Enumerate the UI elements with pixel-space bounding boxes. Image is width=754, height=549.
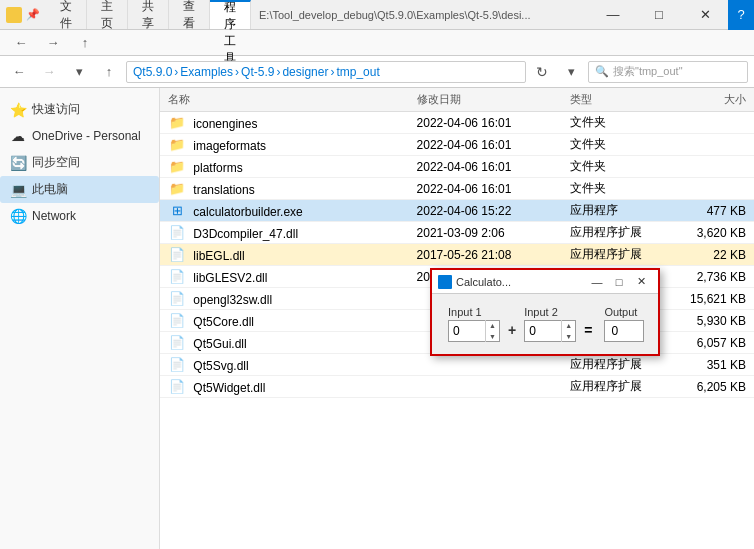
calc-close-button[interactable]: ✕	[630, 273, 652, 291]
file-row[interactable]: 📁 iconengines 2022-04-06 16:01 文件夹	[160, 112, 754, 134]
back-button[interactable]: ←	[8, 31, 34, 55]
folder-icon: 📁	[168, 114, 186, 132]
file-name: ⊞ calculatorbuilder.exe	[160, 202, 409, 220]
title-bar: 📌 文件 主页 共享 查看 应用程序工具 E:\Tool_develop_deb…	[0, 0, 754, 30]
tab-share[interactable]: 共享	[128, 0, 169, 29]
calculator-popup: Calculato... — □ ✕ Input 1 ▲ ▼	[430, 268, 660, 356]
forward-button[interactable]: →	[40, 31, 66, 55]
search-icon: 🔍	[595, 65, 609, 78]
input2-spinner: ▲ ▼	[561, 320, 575, 342]
minimize-button[interactable]: —	[590, 0, 636, 30]
sidebar-label-thispc: 此电脑	[32, 181, 68, 198]
file-name: 📁 translations	[160, 180, 409, 198]
input2-wrap: ▲ ▼	[524, 320, 576, 342]
file-type: 应用程序扩展	[562, 378, 677, 395]
search-placeholder: 搜索"tmp_out"	[613, 64, 683, 79]
title-path: E:\Tool_develop_debug\Qt5.9.0\Examples\Q…	[251, 0, 590, 29]
path-segment-4[interactable]: designer	[282, 65, 328, 79]
input2-down-button[interactable]: ▼	[562, 331, 575, 342]
sidebar-item-thispc[interactable]: 💻 此电脑	[0, 176, 159, 203]
up-nav-button[interactable]: ↑	[96, 60, 122, 84]
file-name: 📄 Qt5Core.dll	[160, 312, 409, 330]
title-bar-left: 📌	[0, 0, 46, 29]
input2-field[interactable]	[525, 324, 561, 338]
file-size: 5,930 KB	[677, 314, 754, 328]
file-row[interactable]: 📄 libEGL.dll 2017-05-26 21:08 应用程序扩展 22 …	[160, 244, 754, 266]
file-row[interactable]: ⊞ calculatorbuilder.exe 2022-04-06 15:22…	[160, 200, 754, 222]
file-date: 2022-04-06 16:01	[409, 160, 562, 174]
file-row[interactable]: 📁 platforms 2022-04-06 16:01 文件夹	[160, 156, 754, 178]
folder-icon	[6, 7, 22, 23]
close-button[interactable]: ✕	[682, 0, 728, 30]
toolbar-ribbon: ← → ↑	[0, 30, 754, 56]
file-type: 应用程序扩展	[562, 246, 677, 263]
input1-up-button[interactable]: ▲	[486, 320, 499, 331]
up-button[interactable]: ↑	[72, 31, 98, 55]
maximize-button[interactable]: □	[636, 0, 682, 30]
input2-label: Input 2	[524, 306, 558, 318]
file-row[interactable]: 📄 Qt5Widget.dll 应用程序扩展 6,205 KB	[160, 376, 754, 398]
tab-app-tools[interactable]: 应用程序工具	[210, 0, 251, 29]
refresh-button[interactable]: ↻	[530, 61, 554, 83]
file-size: 22 KB	[677, 248, 754, 262]
sidebar-item-quickaccess[interactable]: ⭐ 快速访问	[0, 96, 159, 123]
sidebar-label-sync: 同步空间	[32, 154, 80, 171]
recent-locations-button[interactable]: ▾	[66, 60, 92, 84]
file-name: 📄 opengl32sw.dll	[160, 290, 409, 308]
file-date: 2022-04-06 16:01	[409, 116, 562, 130]
calc-minimize-button[interactable]: —	[586, 273, 608, 291]
input2-up-button[interactable]: ▲	[562, 320, 575, 331]
sidebar-item-syncspace[interactable]: 🔄 同步空间	[0, 149, 159, 176]
output-label: Output	[604, 306, 637, 318]
search-box[interactable]: 🔍 搜索"tmp_out"	[588, 61, 748, 83]
file-size: 2,736 KB	[677, 270, 754, 284]
forward-nav-button: →	[36, 60, 62, 84]
file-name: 📄 Qt5Widget.dll	[160, 378, 409, 396]
calc-maximize-button[interactable]: □	[608, 273, 630, 291]
address-path-bar[interactable]: Qt5.9.0 › Examples › Qt-5.9 › designer ›…	[126, 61, 526, 83]
file-row[interactable]: 📁 translations 2022-04-06 16:01 文件夹	[160, 178, 754, 200]
file-size: 6,057 KB	[677, 336, 754, 350]
back-nav-button[interactable]: ←	[6, 60, 32, 84]
path-segment-2[interactable]: Examples	[180, 65, 233, 79]
file-row[interactable]: 📁 imageformats 2022-04-06 16:01 文件夹	[160, 134, 754, 156]
header-date[interactable]: 修改日期	[409, 92, 562, 107]
input1-spinner: ▲ ▼	[485, 320, 499, 342]
file-list-header: 名称 修改日期 类型 大小	[160, 88, 754, 112]
dll-icon: 📄	[168, 378, 186, 396]
ribbon-tabs: 文件 主页 共享 查看 应用程序工具	[46, 0, 251, 29]
dll-icon: 📄	[168, 246, 186, 264]
sidebar-item-network[interactable]: 🌐 Network	[0, 203, 159, 229]
calc-titlebar: Calculato... — □ ✕	[432, 270, 658, 294]
file-type: 文件夹	[562, 180, 677, 197]
file-name: 📄 Qt5Svg.dll	[160, 356, 409, 374]
header-type[interactable]: 类型	[562, 92, 677, 107]
path-segment-5[interactable]: tmp_out	[336, 65, 379, 79]
path-segment-3[interactable]: Qt-5.9	[241, 65, 274, 79]
network-icon: 🌐	[10, 208, 26, 224]
file-row[interactable]: 📄 Qt5Svg.dll 应用程序扩展 351 KB	[160, 354, 754, 376]
thispc-icon: 💻	[10, 182, 26, 198]
tab-home[interactable]: 主页	[87, 0, 128, 29]
dll-icon: 📄	[168, 334, 186, 352]
sidebar-label-quickaccess: 快速访问	[32, 101, 80, 118]
window-controls: — □ ✕ ?	[590, 0, 754, 29]
help-button[interactable]: ?	[728, 0, 754, 30]
tab-file[interactable]: 文件	[46, 0, 87, 29]
file-name: 📁 platforms	[160, 158, 409, 176]
header-name[interactable]: 名称	[160, 92, 409, 107]
input1-down-button[interactable]: ▼	[486, 331, 499, 342]
file-size: 6,205 KB	[677, 380, 754, 394]
sidebar-label-onedrive: OneDrive - Personal	[32, 129, 141, 143]
path-segment-1[interactable]: Qt5.9.0	[133, 65, 172, 79]
calc-title-text: Calculato...	[456, 276, 586, 288]
tab-view[interactable]: 查看	[169, 0, 210, 29]
file-type: 应用程序	[562, 202, 677, 219]
sidebar-item-onedrive[interactable]: ☁ OneDrive - Personal	[0, 123, 159, 149]
dropdown-path-button[interactable]: ▾	[558, 60, 584, 84]
header-size[interactable]: 大小	[677, 92, 754, 107]
input1-field[interactable]	[449, 324, 485, 338]
file-row[interactable]: 📄 D3Dcompiler_47.dll 2021-03-09 2:06 应用程…	[160, 222, 754, 244]
equals-symbol: =	[584, 310, 592, 338]
file-date: 2022-04-06 16:01	[409, 138, 562, 152]
